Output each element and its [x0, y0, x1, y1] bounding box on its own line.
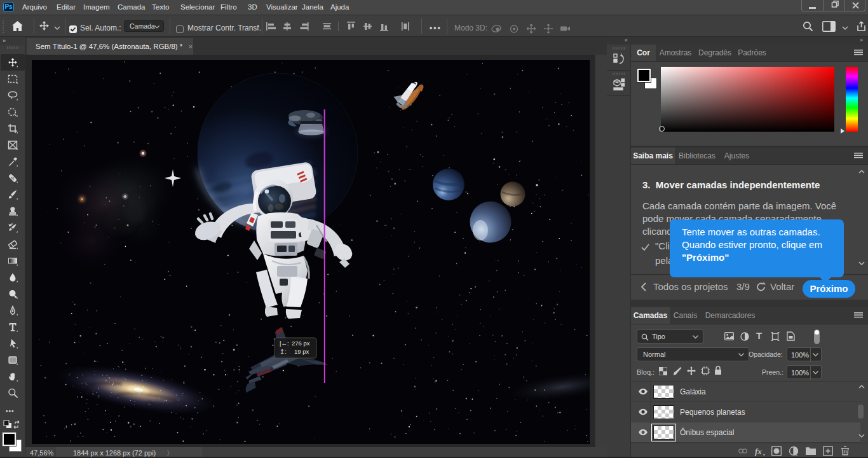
svg-text:↥:: ↥: — [280, 348, 287, 355]
svg-text:276 px: 276 px — [292, 340, 310, 347]
svg-text:fx: fx — [755, 447, 762, 456]
svg-text:19 px: 19 px — [294, 348, 309, 355]
svg-text:|←:: |←: — [280, 340, 289, 347]
